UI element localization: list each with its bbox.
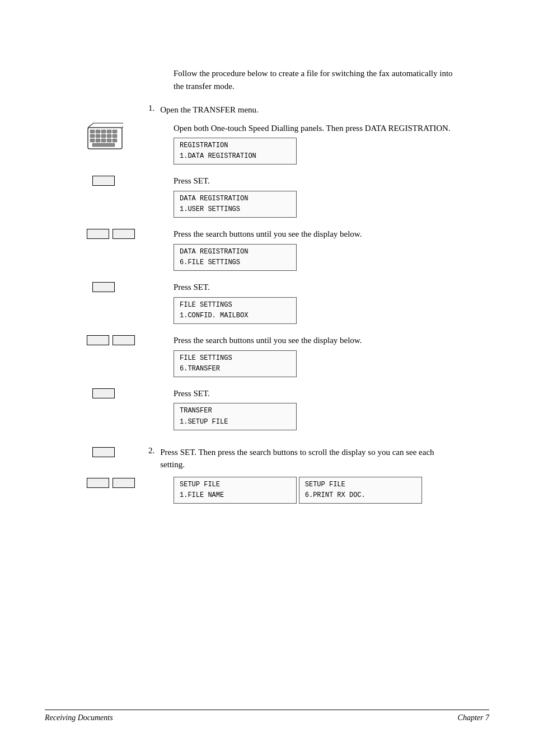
svg-rect-11 — [90, 139, 95, 142]
svg-rect-10 — [113, 134, 117, 138]
footer-right: Chapter 7 — [458, 713, 489, 722]
search-button-left-1 — [87, 229, 109, 239]
svg-rect-14 — [107, 139, 111, 142]
instruction-2-block: Press SET. DATA REGISTRATION 1.USER SETT… — [174, 175, 297, 224]
button-icon-2-area — [92, 282, 115, 294]
lcd-line-2: 1.FILE NAME — [180, 490, 291, 501]
instruction-3-text: Press the search buttons until you see t… — [174, 228, 362, 241]
svg-rect-6 — [90, 134, 95, 138]
keyboard-icon — [87, 122, 123, 151]
instruction-2-text: Press SET. — [174, 175, 297, 187]
svg-rect-2 — [96, 130, 100, 133]
svg-rect-8 — [101, 134, 106, 138]
set-button-2 — [92, 282, 115, 292]
svg-line-20 — [122, 123, 123, 128]
page: Follow the procedure below to create a f… — [0, 0, 534, 756]
step1-text: Open the TRANSFER menu. — [160, 104, 259, 116]
svg-rect-4 — [107, 130, 111, 133]
step1-number: 1. — [148, 104, 154, 113]
lcd-line-2: 6.FILE SETTINGS — [180, 257, 291, 268]
svg-rect-13 — [101, 139, 106, 142]
set-button-step2 — [92, 447, 115, 457]
footer-left: Receiving Documents — [45, 713, 113, 722]
button-pair-step2-area — [87, 478, 135, 488]
lcd-display-step2-1: SETUP FILE 1.FILE NAME — [174, 477, 297, 504]
lcd-display-1: REGISTRATION 1.DATA REGISTRATION — [174, 138, 297, 165]
step2-lcd-block: SETUP FILE 1.FILE NAME SETUP FILE 6.PRIN… — [174, 477, 422, 510]
instruction-6-text: Press SET. — [174, 387, 297, 400]
lcd-line-1: TRANSFER — [180, 406, 291, 416]
instruction-5-block: Press the search buttons until you see t… — [174, 334, 362, 384]
instruction-3-block: Press the search buttons until you see t… — [174, 228, 362, 278]
search-button-left-2 — [87, 335, 109, 345]
search-button-right-1 — [113, 229, 135, 239]
lcd-line-2: 6.PRINT RX DOC. — [305, 490, 416, 501]
search-button-left-step2 — [87, 478, 109, 488]
svg-rect-5 — [113, 130, 117, 133]
lcd-line-1: FILE SETTINGS — [180, 300, 291, 311]
lcd-display-3: DATA REGISTRATION 6.FILE SETTINGS — [174, 244, 297, 271]
button-pair-2-area — [87, 335, 135, 345]
svg-rect-12 — [96, 139, 100, 142]
lcd-display-6: TRANSFER 1.SETUP FILE — [174, 403, 297, 430]
svg-rect-16 — [92, 143, 115, 147]
search-button-right-2 — [113, 335, 135, 345]
lcd-line-1: SETUP FILE — [180, 480, 291, 490]
instruction-5-text: Press the search buttons until you see t… — [174, 334, 362, 347]
instruction-1-block: Open both One-touch Speed Dialling panel… — [174, 122, 451, 172]
svg-rect-3 — [101, 130, 106, 133]
keyboard-icon-area — [87, 122, 123, 153]
set-button-1 — [92, 176, 115, 186]
lcd-display-4: FILE SETTINGS 1.CONFID. MAILBOX — [174, 297, 297, 324]
lcd-line-2: 1.USER SETTINGS — [180, 204, 291, 215]
instruction-6-block: Press SET. TRANSFER 1.SETUP FILE — [174, 387, 297, 437]
page-footer: Receiving Documents Chapter 7 — [45, 710, 489, 722]
lcd-line-1: SETUP FILE — [305, 480, 416, 490]
button-icon-1-area — [92, 176, 115, 188]
step2-number: 2. — [148, 446, 154, 456]
lcd-display-2: DATA REGISTRATION 1.USER SETTINGS — [174, 191, 297, 218]
lcd-line-2: 1.SETUP FILE — [180, 417, 291, 428]
lcd-line-1: FILE SETTINGS — [180, 353, 291, 364]
button-icon-3-area — [92, 388, 115, 401]
instruction-4-block: Press SET. FILE SETTINGS 1.CONFID. MAILB… — [174, 281, 297, 331]
svg-rect-7 — [96, 134, 100, 138]
lcd-line-1: DATA REGISTRATION — [180, 194, 291, 204]
set-button-3 — [92, 388, 115, 398]
lcd-display-step2-2: SETUP FILE 6.PRINT RX DOC. — [299, 477, 422, 504]
step2-text: Press SET. Then press the search buttons… — [160, 446, 456, 471]
instruction-4-text: Press SET. — [174, 281, 297, 294]
svg-rect-15 — [113, 139, 117, 142]
svg-rect-9 — [107, 134, 111, 138]
svg-rect-1 — [90, 130, 95, 133]
svg-line-17 — [88, 123, 93, 128]
lcd-line-1: REGISTRATION — [180, 140, 291, 151]
instruction-1-text: Open both One-touch Speed Dialling panel… — [174, 122, 451, 135]
intro-text: Follow the procedure below to create a f… — [174, 67, 456, 92]
search-button-right-step2 — [113, 478, 135, 488]
lcd-line-2: 1.DATA REGISTRATION — [180, 151, 291, 162]
lcd-display-5: FILE SETTINGS 6.TRANSFER — [174, 350, 297, 377]
lcd-line-1: DATA REGISTRATION — [180, 247, 291, 257]
button-pair-1-area — [87, 229, 135, 239]
lcd-line-2: 6.TRANSFER — [180, 364, 291, 374]
button-icon-step2-area — [92, 447, 115, 459]
lcd-line-2: 1.CONFID. MAILBOX — [180, 311, 291, 321]
